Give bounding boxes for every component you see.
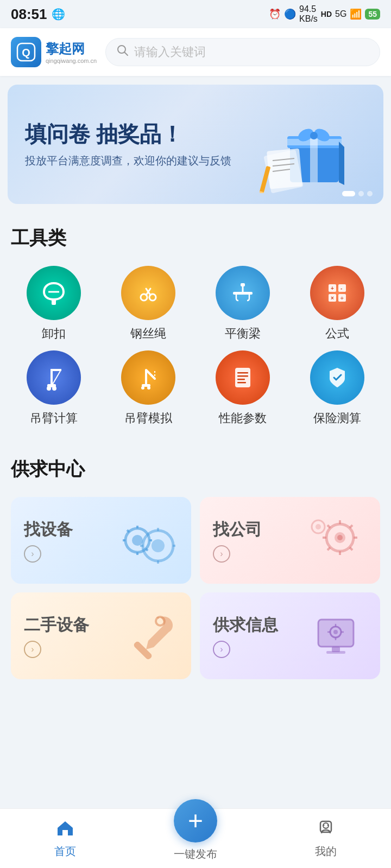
svg-point-47 xyxy=(147,386,150,390)
tool-perf-param-label: 性能参数 xyxy=(219,410,267,426)
alarm-icon: ⏰ xyxy=(269,8,281,20)
svg-line-76 xyxy=(350,525,352,528)
tool-perf-param-icon xyxy=(216,350,270,405)
tool-shackle-icon xyxy=(27,266,81,320)
svg-point-11 xyxy=(310,132,318,139)
supply-grid: 找设备 › xyxy=(0,497,391,679)
svg-rect-49 xyxy=(237,372,248,374)
svg-marker-8 xyxy=(339,142,344,185)
signal-bars: 📶 xyxy=(350,8,362,20)
tool-insurance-label: 保险测算 xyxy=(313,410,361,426)
tool-formula[interactable]: + - × ÷ 公式 xyxy=(294,266,380,342)
svg-rect-25 xyxy=(233,292,253,295)
status-time: 08:51 🌐 xyxy=(11,6,65,23)
supply-second-hand-icon xyxy=(113,603,178,668)
status-bar: 08:51 🌐 ⏰ 🔵 94.5KB/s HD 5G 📶 55 xyxy=(0,0,391,28)
bottom-spacer xyxy=(0,679,391,750)
supply-find-company-icon xyxy=(302,508,367,573)
banner-dot-3 xyxy=(367,191,373,196)
tool-shackle[interactable]: 卸扣 xyxy=(11,266,97,342)
tool-crane-calc-icon xyxy=(27,350,81,405)
nav-mine[interactable]: 我的 xyxy=(261,818,391,859)
nav-publish-icon: + xyxy=(188,808,203,834)
supply-card-find-company-text: 找公司 › xyxy=(213,519,262,563)
search-placeholder: 请输入关键词 xyxy=(134,44,206,60)
logo-domain: qingqiwang.com.cn xyxy=(46,58,97,64)
banner-text: 填问卷 抽奖品！ 投放平台满意度调查，欢迎你的建议与反馈 xyxy=(25,121,257,168)
tool-wire-rope-label: 钢丝绳 xyxy=(130,326,166,342)
tool-insurance[interactable]: 保险测算 xyxy=(294,350,380,426)
search-bar[interactable]: 请输入关键词 xyxy=(105,38,380,66)
hd-badge: HD xyxy=(321,10,332,18)
supply-find-company-label: 找公司 xyxy=(213,519,262,541)
nav-publish-label: 一键发布 xyxy=(174,847,217,861)
tool-spreader-icon xyxy=(216,266,270,320)
svg-rect-50 xyxy=(237,375,248,377)
banner-title: 填问卷 抽奖品！ xyxy=(25,121,257,147)
tool-formula-icon: + - × ÷ xyxy=(310,266,364,320)
svg-point-77 xyxy=(337,535,343,540)
svg-point-95 xyxy=(327,825,329,826)
logo-name: 擎起网 xyxy=(46,40,97,58)
svg-text:×: × xyxy=(331,295,334,301)
svg-text:÷: ÷ xyxy=(340,295,344,301)
banner-subtitle: 投放平台满意度调查，欢迎你的建议与反馈 xyxy=(25,154,257,168)
bottom-nav: 首页 + 一键发布 我的 xyxy=(0,808,391,868)
supply-card-find-equipment-text: 找设备 › xyxy=(24,519,73,563)
svg-point-46 xyxy=(141,386,144,390)
tool-spreader[interactable]: 平衡梁 xyxy=(200,266,286,342)
nav-mine-label: 我的 xyxy=(315,844,337,859)
banner-illustration xyxy=(257,95,366,193)
logo-text: 擎起网 qingqiwang.com.cn xyxy=(46,40,97,64)
signal-5g: 5G xyxy=(335,9,346,19)
banner-dot-2 xyxy=(358,191,364,196)
svg-line-73 xyxy=(327,525,330,528)
logo-container[interactable]: Q 擎起网 qingqiwang.com.cn xyxy=(11,37,97,67)
banner-dots xyxy=(342,191,373,196)
nav-home-label: 首页 xyxy=(54,844,76,859)
tool-wire-rope-icon xyxy=(121,266,175,320)
supply-find-company[interactable]: 找公司 › xyxy=(200,497,380,584)
nav-publish[interactable]: + 一键发布 xyxy=(130,815,261,861)
svg-point-85 xyxy=(333,630,338,634)
svg-point-54 xyxy=(132,535,143,546)
tool-spreader-label: 平衡梁 xyxy=(225,326,261,342)
svg-rect-91 xyxy=(326,651,345,654)
supply-info[interactable]: 供求信息 › xyxy=(200,592,380,679)
tool-grid: 卸扣 钢丝绳 平衡梁 xyxy=(0,266,391,426)
wifi-icon: 🌐 xyxy=(52,8,65,21)
status-icons: ⏰ 🔵 94.5KB/s HD 5G 📶 55 xyxy=(269,4,380,24)
time-display: 08:51 xyxy=(11,6,47,23)
tool-shackle-label: 卸扣 xyxy=(42,326,66,342)
supply-second-hand[interactable]: 二手设备 › xyxy=(11,592,191,679)
tool-section-title: 工具类 xyxy=(11,226,380,251)
svg-text:Q: Q xyxy=(22,47,30,59)
svg-line-59 xyxy=(127,530,129,532)
tool-crane-sim[interactable]: 吊臂模拟 xyxy=(105,350,191,426)
supply-card-second-hand-text: 二手设备 › xyxy=(24,614,89,658)
supply-section: 供求中心 xyxy=(0,444,391,497)
svg-point-62 xyxy=(152,539,165,552)
supply-info-icon xyxy=(302,603,367,668)
svg-rect-48 xyxy=(235,368,250,387)
nav-publish-btn[interactable]: + xyxy=(174,799,217,843)
svg-rect-37 xyxy=(51,369,61,371)
supply-find-equipment[interactable]: 找设备 › xyxy=(11,497,191,584)
tool-section: 工具类 xyxy=(0,213,391,266)
svg-point-41 xyxy=(52,386,56,391)
battery-level: 55 xyxy=(365,9,380,20)
tool-crane-calc[interactable]: 吊臂计算 xyxy=(11,350,97,426)
tool-crane-sim-label: 吊臂模拟 xyxy=(124,410,172,426)
svg-line-75 xyxy=(327,547,330,550)
svg-line-74 xyxy=(350,547,352,550)
nav-home-icon xyxy=(55,818,75,842)
nav-home[interactable]: 首页 xyxy=(0,818,130,859)
banner[interactable]: 填问卷 抽奖品！ 投放平台满意度调查，欢迎你的建议与反馈 xyxy=(8,85,383,204)
svg-line-43 xyxy=(146,370,155,379)
tool-wire-rope[interactable]: 钢丝绳 xyxy=(105,266,191,342)
svg-rect-7 xyxy=(287,139,342,145)
tool-crane-calc-label: 吊臂计算 xyxy=(30,410,78,426)
supply-find-equipment-icon xyxy=(113,508,178,573)
svg-rect-19 xyxy=(52,298,56,305)
tool-perf-param[interactable]: 性能参数 xyxy=(200,350,286,426)
